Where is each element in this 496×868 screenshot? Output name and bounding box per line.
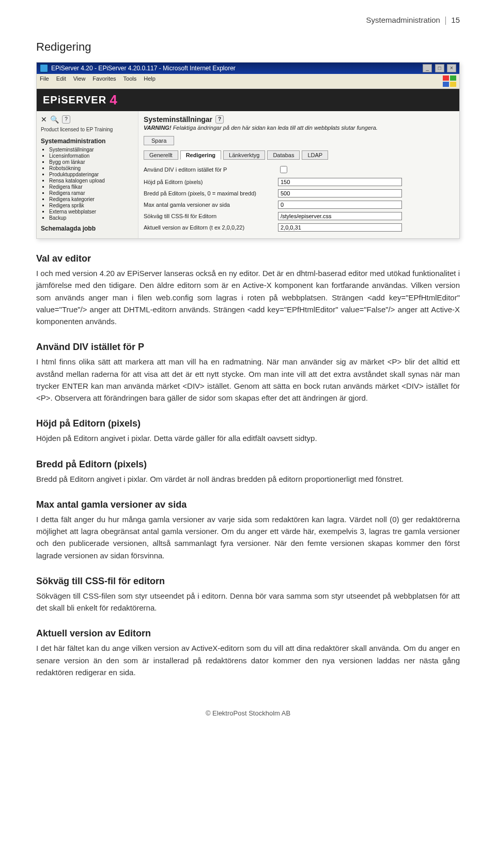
section-paragraph: I html finns olika sätt att markera att … [36,356,460,404]
page-number: 15 [451,16,460,24]
form-row: Sökväg till CSS-fil för Editorn [144,210,454,222]
menu-favorites[interactable]: Favorites [92,75,116,87]
sidebar: ✕ 🔍 ? Product licensed to EP Training Sy… [37,111,138,238]
section-heading: Aktuell version av Editorn [36,628,460,639]
tab-generellt[interactable]: Generellt [144,150,178,160]
sidebar-item[interactable]: Redigera språk [49,203,134,208]
tool-icon[interactable]: ✕ [41,115,47,124]
form-row: Max antal gamla versioner av sida [144,199,454,210]
menu-edit[interactable]: Edit [56,75,66,87]
content-panel: Systeminställningar ? VARNING! Felaktiga… [138,111,459,238]
sidebar-item[interactable]: Redigera flikar [49,184,134,190]
close-button[interactable]: × [447,64,456,72]
sidebar-item[interactable]: Backup [49,215,134,221]
form-label: Max antal gamla versioner av sida [144,202,278,208]
header-topic: Systemadministration [366,16,440,24]
section-heading: Val av editor [36,253,460,264]
section-heading: Max antal gamla versioner av sida [36,499,460,510]
footer: © ElektroPost Stockholm AB [36,709,460,717]
form-rows: Använd DIV i editorn istället för PHöjd … [144,163,454,233]
brand-text: EPiSERVER [43,94,106,106]
menu-tools[interactable]: Tools [123,75,137,87]
header-separator [445,17,446,25]
form-input[interactable] [278,223,402,232]
ie-icon [40,64,48,72]
form-row: Aktuell version av Editorn (t ex 2,0,0,2… [144,222,454,233]
sidebar-item[interactable]: Externa webbplatser [49,209,134,215]
section-paragraph: Sökvägen till CSS-filen som styr utseend… [36,590,460,614]
form-input[interactable] [278,189,402,197]
window-title: EPiServer 4.20 - EPiServer 4.20.0.117 - … [51,65,236,72]
menu-help[interactable]: Help [144,75,156,87]
sidebar-list: SysteminställningarLicensinformationBygg… [41,147,134,221]
sidebar-item[interactable]: Systeminställningar [49,147,134,153]
sidebar-item[interactable]: Redigera kategorier [49,196,134,202]
sidebar-item[interactable]: Redigera ramar [49,190,134,196]
save-button[interactable]: Spara [144,136,174,145]
brand-suffix: 4 [110,92,117,108]
section-heading: Använd DIV istället för P [36,342,460,353]
form-label: Aktuell version av Editorn (t ex 2,0,0,2… [144,224,278,231]
form-input[interactable] [278,201,402,209]
form-row: Använd DIV i editorn istället för P [144,163,454,176]
tool-icon-help[interactable]: ? [62,115,70,124]
section-paragraph: Höjden på Editorn angivet i pixlar. Dett… [36,432,460,444]
maximize-button[interactable]: □ [435,64,444,72]
form-label: Höjd på Editorn (pixels) [144,179,278,185]
panel-title: Systeminställningar [144,115,212,124]
menubar: File Edit View Favorites Tools Help [37,74,459,89]
window-buttons: _ □ × [422,64,456,72]
section-heading: Sökväg till CSS-fil för editorn [36,576,460,587]
page-title: Redigering [36,40,460,54]
tab-redigering[interactable]: Redigering [180,150,221,160]
form-label: Använd DIV i editorn istället för P [144,166,278,173]
menu-view[interactable]: View [73,75,86,87]
license-text: Product licensed to EP Training [41,127,134,132]
sidebar-item[interactable]: Licensinformation [49,153,134,159]
sidebar-heading-2: Schemalagda jobb [41,225,134,232]
warning-label: VARNING! [144,125,172,131]
product-banner: EPiSERVER 4 [37,89,459,111]
tab-ldap[interactable]: LDAP [302,150,328,160]
tab-row: GenerelltRedigeringLänkverktygDatabasLDA… [144,150,454,160]
form-label: Bredd på Editorn (pixels, 0 = maximal br… [144,190,278,196]
sidebar-item[interactable]: Rensa katalogen upload [49,178,134,184]
menu-file[interactable]: File [40,75,49,87]
section-paragraph: I det här fältet kan du ange vilken vers… [36,642,460,678]
warning-text: VARNING! Felaktiga ändringar på den här … [144,125,454,131]
form-row: Bredd på Editorn (pixels, 0 = maximal br… [144,188,454,199]
tab-länkverktyg[interactable]: Länkverktyg [223,150,265,160]
section-heading: Bredd på Editorn (pixels) [36,459,460,470]
windows-flag-icon [443,75,456,87]
sidebar-heading: Systemadministration [41,138,134,145]
sidebar-item[interactable]: Robotsökning [49,165,134,171]
sidebar-tools: ✕ 🔍 ? [41,115,134,124]
section-heading: Höjd på Editorn (pixels) [36,418,460,429]
tool-icon-search[interactable]: 🔍 [50,115,59,124]
section-paragraph: Bredd på Editorn angivet i pixlar. Om vä… [36,473,460,485]
tab-databas[interactable]: Databas [267,150,300,160]
form-checkbox[interactable] [280,166,287,173]
section-paragraph: I detta fält anger du hur många gamla ve… [36,513,460,561]
minimize-button[interactable]: _ [423,64,432,72]
form-label: Sökväg till CSS-fil för Editorn [144,213,278,219]
sidebar-item[interactable]: Produktuppdateringar [49,172,134,177]
page-header: Systemadministration 15 [36,16,460,25]
form-row: Höjd på Editorn (pixels) [144,176,454,188]
help-icon[interactable]: ? [215,115,224,124]
window-titlebar: EPiServer 4.20 - EPiServer 4.20.0.117 - … [37,63,459,74]
form-input[interactable] [278,212,402,220]
screenshot-mock: EPiServer 4.20 - EPiServer 4.20.0.117 - … [36,62,460,239]
sidebar-item[interactable]: Bygg om länkar [49,159,134,165]
section-paragraph: I och med version 4.20 av EPiServer lans… [36,267,460,327]
form-input[interactable] [278,178,402,186]
